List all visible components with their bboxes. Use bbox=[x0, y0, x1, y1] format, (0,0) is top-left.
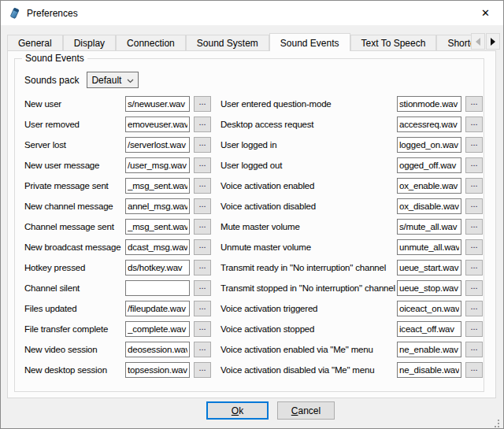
sound-file-input[interactable] bbox=[125, 178, 190, 194]
cancel-button[interactable]: Cancel bbox=[277, 401, 335, 420]
sounds-pack-select[interactable]: Default bbox=[87, 72, 139, 88]
browse-button[interactable]: ... bbox=[194, 219, 211, 235]
browse-button[interactable]: ... bbox=[194, 280, 211, 296]
sound-file-input[interactable] bbox=[125, 96, 190, 112]
app-icon bbox=[8, 6, 21, 20]
sound-file-input[interactable] bbox=[125, 260, 190, 276]
sound-event-row: File transfer complete... bbox=[24, 321, 215, 337]
browse-button[interactable]: ... bbox=[465, 321, 483, 337]
tab-text-to-speech[interactable]: Text To Speech bbox=[350, 35, 437, 51]
sound-file-input[interactable] bbox=[125, 157, 190, 173]
sound-event-row: New video session... bbox=[24, 342, 215, 357]
sound-file-input[interactable] bbox=[397, 342, 461, 357]
browse-button[interactable]: ... bbox=[465, 342, 483, 357]
browse-button[interactable]: ... bbox=[194, 137, 211, 153]
browse-button[interactable]: ... bbox=[194, 260, 211, 276]
ok-button[interactable]: Ok bbox=[206, 401, 269, 420]
browse-button[interactable]: ... bbox=[465, 178, 483, 194]
sound-event-row: User logged in... bbox=[220, 137, 480, 153]
tab-scroll-right-icon[interactable] bbox=[486, 33, 500, 50]
sound-file-input[interactable] bbox=[397, 137, 461, 153]
resize-grip[interactable] bbox=[498, 423, 499, 424]
sound-file-input[interactable] bbox=[397, 116, 461, 132]
sound-events-groupbox: Sound Events Sounds pack Default New use… bbox=[14, 58, 484, 392]
sound-file-input[interactable] bbox=[397, 96, 461, 112]
browse-button[interactable]: ... bbox=[194, 342, 211, 357]
sound-event-label: User entered question-mode bbox=[220, 99, 397, 109]
browse-button[interactable]: ... bbox=[194, 157, 211, 173]
sound-event-label: Channel message sent bbox=[24, 222, 125, 231]
sound-file-input[interactable] bbox=[125, 239, 190, 255]
tab-strip-wrapper: GeneralDisplayConnectionSound SystemSoun… bbox=[7, 32, 502, 51]
sound-event-row: Transmit ready in "No interruption" chan… bbox=[220, 260, 480, 276]
browse-button[interactable]: ... bbox=[465, 157, 483, 173]
sound-event-label: Voice activation disabled bbox=[220, 202, 397, 211]
close-icon[interactable]: ✕ bbox=[468, 1, 503, 25]
sound-event-row: Transmit stopped in "No interruption" ch… bbox=[220, 280, 480, 296]
tab-strip: GeneralDisplayConnectionSound SystemSoun… bbox=[7, 32, 473, 51]
sound-file-input[interactable] bbox=[397, 178, 461, 194]
browse-button[interactable]: ... bbox=[465, 239, 483, 255]
sound-file-input[interactable] bbox=[397, 362, 461, 378]
browse-button[interactable]: ... bbox=[465, 96, 483, 112]
sound-event-row: New user... bbox=[24, 96, 215, 112]
sound-event-row: Channel message sent... bbox=[24, 219, 215, 235]
sound-file-input[interactable] bbox=[397, 260, 461, 276]
sound-file-input[interactable] bbox=[125, 198, 190, 214]
sound-event-row: New channel message... bbox=[24, 198, 215, 214]
browse-button[interactable]: ... bbox=[465, 137, 483, 153]
browse-button[interactable]: ... bbox=[194, 239, 211, 255]
browse-button[interactable]: ... bbox=[465, 219, 483, 235]
resize-grip-dot bbox=[498, 420, 499, 421]
tab-display[interactable]: Display bbox=[63, 35, 116, 51]
sound-event-row: Voice activation disabled via "Me" menu.… bbox=[220, 362, 480, 378]
sound-file-input[interactable] bbox=[397, 219, 461, 235]
sound-event-row: Private message sent... bbox=[24, 178, 215, 194]
sound-event-label: Transmit ready in "No interruption" chan… bbox=[220, 263, 397, 272]
chevron-down-icon bbox=[127, 75, 134, 86]
sound-file-input[interactable] bbox=[397, 239, 461, 255]
sound-file-input[interactable] bbox=[125, 321, 190, 337]
tab-shortcuts[interactable]: Shortcuts bbox=[436, 35, 473, 51]
sound-file-input[interactable] bbox=[125, 342, 190, 357]
tab-sound-system[interactable]: Sound System bbox=[186, 35, 269, 51]
tab-sound-events[interactable]: Sound Events bbox=[269, 33, 350, 51]
browse-button[interactable]: ... bbox=[194, 116, 211, 132]
sound-file-input[interactable] bbox=[125, 362, 190, 378]
browse-button[interactable]: ... bbox=[194, 321, 211, 337]
event-column-right: User entered question-mode...Desktop acc… bbox=[220, 96, 480, 383]
sound-file-input[interactable] bbox=[397, 157, 461, 173]
browse-button[interactable]: ... bbox=[194, 178, 211, 194]
browse-button[interactable]: ... bbox=[465, 198, 483, 214]
tab-general[interactable]: General bbox=[7, 35, 63, 51]
browse-button[interactable]: ... bbox=[194, 301, 211, 316]
sound-event-label: New desktop session bbox=[24, 365, 125, 375]
sound-file-input[interactable] bbox=[397, 280, 461, 296]
preferences-dialog: Preferences ✕ GeneralDisplayConnectionSo… bbox=[0, 0, 504, 429]
tab-connection[interactable]: Connection bbox=[116, 35, 186, 51]
browse-button[interactable]: ... bbox=[194, 96, 211, 112]
browse-button[interactable]: ... bbox=[194, 198, 211, 214]
sound-file-input[interactable] bbox=[397, 301, 461, 316]
sound-event-row: Voice activation enabled via "Me" menu..… bbox=[220, 342, 480, 357]
browse-button[interactable]: ... bbox=[465, 260, 483, 276]
sound-event-row: Voice activation disabled... bbox=[220, 198, 480, 214]
browse-button[interactable]: ... bbox=[194, 362, 211, 378]
sound-file-input[interactable] bbox=[397, 321, 461, 337]
sound-file-input[interactable] bbox=[125, 301, 190, 316]
sound-file-input[interactable] bbox=[125, 280, 190, 296]
browse-button[interactable]: ... bbox=[465, 301, 483, 316]
sound-file-input[interactable] bbox=[125, 137, 190, 153]
sound-event-row: New broadcast message... bbox=[24, 239, 215, 255]
browse-button[interactable]: ... bbox=[465, 116, 483, 132]
sound-file-input[interactable] bbox=[125, 116, 190, 132]
sound-event-label: Private message sent bbox=[24, 181, 125, 190]
sound-file-input[interactable] bbox=[125, 219, 190, 235]
browse-button[interactable]: ... bbox=[465, 362, 483, 378]
sound-event-label: New broadcast message bbox=[24, 242, 125, 252]
browse-button[interactable]: ... bbox=[465, 280, 483, 296]
tab-scroll-left-icon[interactable] bbox=[471, 33, 485, 50]
sound-event-row: Server lost... bbox=[24, 137, 215, 153]
sound-file-input[interactable] bbox=[397, 198, 461, 214]
sound-event-row: Desktop access request... bbox=[220, 116, 480, 132]
